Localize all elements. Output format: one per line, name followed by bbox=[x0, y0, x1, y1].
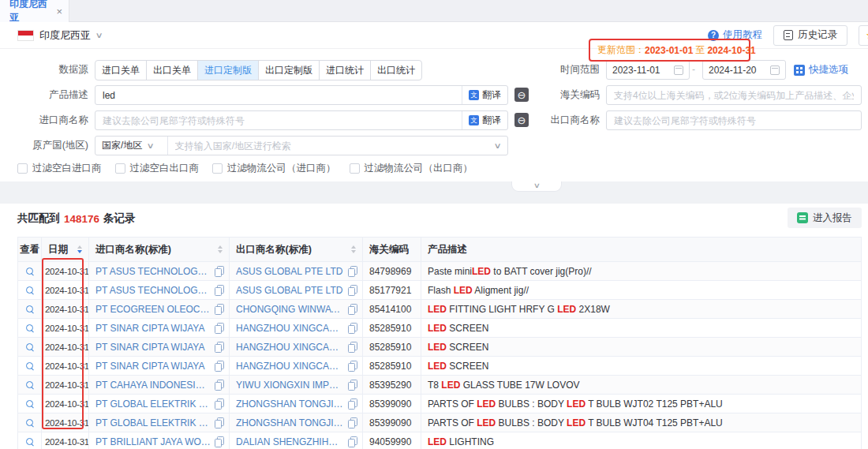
exporter-link[interactable]: HANGZHOU XINGCAN TRADING CO LTD bbox=[236, 361, 344, 372]
importer-link[interactable]: PT SINAR CIPTA WIJAYA bbox=[95, 361, 211, 372]
tutorial-link[interactable]: ? 使用教程 bbox=[708, 28, 762, 42]
search-icon[interactable] bbox=[25, 286, 35, 295]
start-date-input[interactable] bbox=[606, 60, 690, 80]
quick-options-link[interactable]: 快捷选项 bbox=[794, 60, 848, 80]
importer-link[interactable]: PT GLOBAL ELEKTRIK NASIONAL bbox=[95, 417, 211, 428]
search-icon[interactable] bbox=[25, 267, 35, 276]
close-icon[interactable]: × bbox=[56, 6, 62, 17]
copy-icon[interactable] bbox=[348, 398, 357, 409]
results-table: 查看 日期 进口商名称(标准) 出口商名称(标准) 海关编码 产品描述 2024… bbox=[17, 237, 862, 449]
country-selector[interactable]: 印度尼西亚 ∨ bbox=[17, 28, 102, 43]
exporter-link[interactable]: DALIAN SHENGZHIHUI WOOD INDUST... bbox=[236, 436, 344, 447]
search-icon[interactable] bbox=[25, 399, 35, 409]
table-row: 2024-10-31 PT SINAR CIPTA WIJAYA HANGZHO… bbox=[18, 357, 862, 376]
data-source-tab[interactable]: 进口关单 bbox=[95, 61, 147, 80]
copy-icon[interactable] bbox=[348, 417, 357, 428]
data-source-tab[interactable]: 出口关单 bbox=[147, 61, 198, 80]
importer-link[interactable]: PT CAHAYA INDONESIA KARGO bbox=[95, 380, 211, 391]
exporter-link[interactable]: ZHONGSHAN TONGJIUZHOU INTERNA... bbox=[236, 417, 344, 428]
exporter-link[interactable]: YIWU XIONGXIN IMPORT AND EXPORT... bbox=[236, 380, 344, 391]
calendar-icon[interactable] bbox=[674, 65, 683, 75]
exporter-link[interactable]: HANGZHOU XINGCAN TRADING CO LTD bbox=[236, 323, 344, 334]
collapse-form-handle[interactable]: ∨ bbox=[511, 181, 562, 192]
table-row: 2024-10-31 PT ASUS TECHNOLOGY INDONESIA … bbox=[18, 262, 862, 281]
filter-checkbox[interactable]: 过滤物流公司（出口商） bbox=[350, 162, 473, 175]
date-cell: 2024-10-31 bbox=[42, 357, 89, 375]
importer-input[interactable] bbox=[95, 111, 462, 129]
tab-indonesia[interactable]: 印度尼西亚 × bbox=[0, 0, 69, 22]
filter-checkbox[interactable]: 过滤物流公司（进口商） bbox=[212, 162, 336, 175]
search-icon[interactable] bbox=[25, 342, 35, 352]
hs-code-group bbox=[606, 85, 862, 105]
copy-icon[interactable] bbox=[348, 266, 357, 276]
copy-icon[interactable] bbox=[348, 323, 357, 333]
importer-link[interactable]: PT SINAR CIPTA WIJAYA bbox=[95, 342, 211, 353]
copy-icon[interactable] bbox=[215, 398, 224, 409]
end-date-input[interactable] bbox=[702, 60, 786, 80]
importer-link[interactable]: PT SINAR CIPTA WIJAYA bbox=[95, 323, 211, 334]
checkbox-icon[interactable] bbox=[350, 163, 360, 174]
start-date-field[interactable] bbox=[612, 65, 669, 76]
exporter-cell: ZHONGSHAN TONGJIUZHOU INTERNA... bbox=[230, 413, 363, 432]
favorite-button[interactable]: ★ bbox=[859, 25, 868, 46]
search-icon[interactable] bbox=[25, 324, 35, 333]
search-icon[interactable] bbox=[25, 380, 35, 390]
copy-icon[interactable] bbox=[215, 342, 224, 352]
copy-icon[interactable] bbox=[215, 304, 224, 314]
copy-icon[interactable] bbox=[348, 436, 357, 447]
copy-icon[interactable] bbox=[348, 380, 357, 390]
copy-icon[interactable] bbox=[348, 304, 357, 314]
copy-icon[interactable] bbox=[215, 417, 224, 428]
filter-checkbox[interactable]: 过滤空白出口商 bbox=[115, 162, 200, 175]
checkbox-icon[interactable] bbox=[212, 163, 223, 174]
exporter-link[interactable]: ASUS GLOBAL PTE LTD bbox=[236, 266, 344, 277]
importer-link[interactable]: PT ECOGREEN OLEOCHEMICALS bbox=[95, 304, 211, 315]
copy-icon[interactable] bbox=[348, 361, 357, 371]
search-icon[interactable] bbox=[25, 437, 35, 447]
exporter-link[interactable]: CHONGQING WINWAY IMPORT AND E... bbox=[236, 304, 344, 315]
history-button[interactable]: 历史记录 bbox=[773, 25, 847, 46]
exporter-link[interactable]: HANGZHOU XINGCAN TRADING CO LTD bbox=[236, 342, 344, 353]
exporter-link[interactable]: ZHONGSHAN TONGJIUZHOU INTERNA... bbox=[236, 398, 344, 410]
copy-icon[interactable] bbox=[215, 436, 224, 447]
copy-icon[interactable] bbox=[215, 323, 224, 333]
data-source-tab[interactable]: 出口定制版 bbox=[259, 61, 320, 80]
copy-icon[interactable] bbox=[348, 342, 357, 352]
copy-icon[interactable] bbox=[215, 361, 224, 371]
sort-icon[interactable] bbox=[351, 245, 356, 253]
data-source-tab[interactable]: 进口定制版 bbox=[198, 61, 259, 80]
origin-search-input[interactable] bbox=[168, 140, 495, 152]
copy-icon[interactable] bbox=[215, 380, 224, 390]
header-exporter[interactable]: 出口商名称(标准) bbox=[230, 238, 363, 261]
checkbox-icon[interactable] bbox=[17, 163, 28, 174]
sort-icon[interactable] bbox=[218, 245, 223, 253]
importer-link[interactable]: PT BRILLIANT JAYA WOOD INDUSTRY bbox=[95, 436, 211, 447]
copy-icon[interactable] bbox=[348, 285, 357, 295]
importer-link[interactable]: PT ASUS TECHNOLOGY INDONESIA BA... bbox=[95, 285, 211, 296]
copy-icon[interactable] bbox=[215, 266, 224, 276]
end-date-field[interactable] bbox=[709, 65, 765, 76]
calendar-icon[interactable] bbox=[770, 65, 780, 75]
search-icon[interactable] bbox=[25, 418, 35, 428]
product-desc-input[interactable] bbox=[95, 86, 462, 104]
filter-checkbox[interactable]: 过滤空白进口商 bbox=[17, 162, 102, 175]
data-source-tab[interactable]: 进口统计 bbox=[320, 61, 371, 80]
search-icon[interactable] bbox=[25, 305, 35, 314]
search-icon[interactable] bbox=[25, 361, 35, 371]
hs-code-cell: 85285910 bbox=[363, 357, 421, 375]
exporter-link[interactable]: ASUS GLOBAL PTE LTD bbox=[236, 285, 344, 296]
date-cell: 2024-10-31 bbox=[42, 432, 89, 449]
header-importer[interactable]: 进口商名称(标准) bbox=[89, 238, 230, 261]
date-cell: 2024-10-31 bbox=[42, 262, 89, 280]
hs-code-input[interactable] bbox=[607, 86, 861, 104]
importer-link[interactable]: PT GLOBAL ELEKTRIK NASIONAL bbox=[95, 398, 211, 410]
origin-select[interactable]: 国家/地区 ∨ bbox=[95, 137, 168, 155]
copy-icon[interactable] bbox=[215, 285, 224, 295]
enter-report-button[interactable]: 进入报告 bbox=[788, 208, 862, 228]
exporter-input[interactable] bbox=[607, 111, 861, 129]
importer-link[interactable]: PT ASUS TECHNOLOGY INDONESIA BA... bbox=[95, 266, 211, 277]
data-source-tab[interactable]: 出口统计 bbox=[371, 61, 421, 80]
sort-icon[interactable] bbox=[77, 245, 82, 253]
checkbox-icon[interactable] bbox=[115, 163, 125, 174]
header-date[interactable]: 日期 bbox=[42, 238, 89, 261]
